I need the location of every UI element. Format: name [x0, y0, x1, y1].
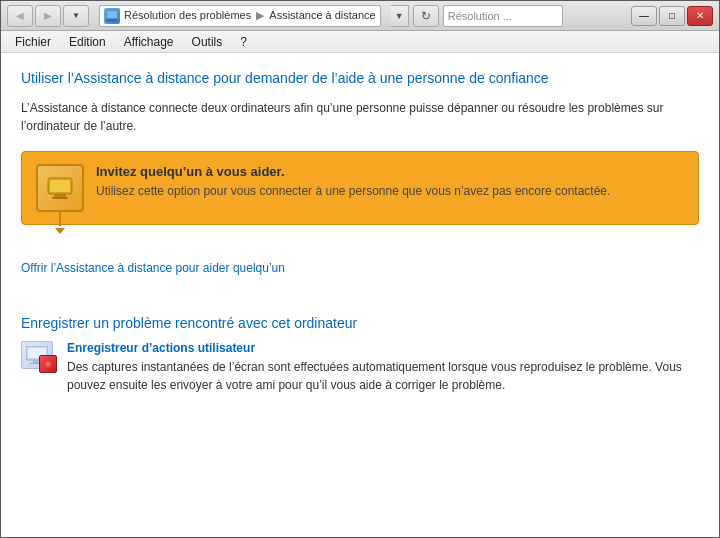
search-placeholder: Résolution ... — [448, 10, 512, 22]
address-text: Résolution des problèmes ▶ Assistance à … — [124, 9, 376, 22]
sub-heading: Enregistrer un problème rencontré avec c… — [21, 315, 699, 331]
link-section: Offrir l’Assistance à distance pour aide… — [21, 261, 699, 275]
svg-rect-6 — [52, 197, 68, 199]
refresh-button[interactable]: ↻ — [413, 5, 439, 27]
menu-edition[interactable]: Edition — [61, 33, 114, 51]
recorder-section: Enregistreur d’actions utilisateur Des c… — [21, 341, 699, 394]
minimize-button[interactable]: — — [631, 6, 657, 26]
title-bar-left: ◀ ▶ ▼ Résolution des problèmes ▶ — [7, 5, 563, 27]
invite-card[interactable]: Invitez quelqu’un à vous aider. Utilisez… — [21, 151, 699, 225]
offer-assistance-link[interactable]: Offrir l’Assistance à distance pour aide… — [21, 261, 285, 275]
title-bar: ◀ ▶ ▼ Résolution des problèmes ▶ — [1, 1, 719, 31]
invite-card-icon — [36, 164, 84, 212]
menu-bar: Fichier Edition Affichage Outils ? — [1, 31, 719, 53]
svg-rect-4 — [50, 180, 70, 192]
svg-rect-2 — [106, 19, 118, 22]
recorder-icon-overlay — [39, 355, 57, 373]
address-icon — [104, 8, 120, 24]
card-content: Invitez quelqu’un à vous aider. Utilisez… — [96, 164, 610, 200]
svg-rect-5 — [54, 194, 66, 197]
main-heading: Utiliser l’Assistance à distance pour de… — [21, 69, 699, 89]
svg-rect-1 — [107, 11, 117, 18]
menu-affichage[interactable]: Affichage — [116, 33, 182, 51]
address-part1: Résolution des problèmes — [124, 9, 251, 21]
back-button[interactable]: ◀ — [7, 5, 33, 27]
content-area: Utiliser l’Assistance à distance pour de… — [1, 53, 719, 537]
recorder-content: Enregistreur d’actions utilisateur Des c… — [67, 341, 699, 394]
watermark: www.astucesinternet.com — [585, 518, 710, 530]
recorder-link[interactable]: Enregistreur d’actions utilisateur — [67, 341, 699, 355]
card-desc: Utilisez cette option pour vous connecte… — [96, 183, 610, 200]
address-bar[interactable]: Résolution des problèmes ▶ Assistance à … — [99, 5, 381, 27]
menu-fichier[interactable]: Fichier — [7, 33, 59, 51]
recorder-icon — [21, 341, 57, 373]
recorder-desc: Des captures instantanées de l’écran son… — [67, 358, 699, 394]
forward-button[interactable]: ▶ — [35, 5, 61, 27]
close-button[interactable]: ✕ — [687, 6, 713, 26]
maximize-button[interactable]: □ — [659, 6, 685, 26]
window-controls: — □ ✕ — [631, 6, 713, 26]
menu-outils[interactable]: Outils — [184, 33, 231, 51]
nav-buttons: ◀ ▶ ▼ — [7, 5, 89, 27]
search-box[interactable]: Résolution ... — [443, 5, 563, 27]
menu-help[interactable]: ? — [232, 33, 255, 51]
svg-point-12 — [46, 361, 51, 366]
address-dropdown-btn[interactable]: ▼ — [391, 5, 409, 27]
dropdown-button[interactable]: ▼ — [63, 5, 89, 27]
main-window: ◀ ▶ ▼ Résolution des problèmes ▶ — [0, 0, 720, 538]
card-title: Invitez quelqu’un à vous aider. — [96, 164, 610, 179]
address-separator: ▶ — [256, 9, 267, 21]
description-text: L’Assistance à distance connecte deux or… — [21, 99, 699, 135]
address-part2: Assistance à distance — [269, 9, 375, 21]
